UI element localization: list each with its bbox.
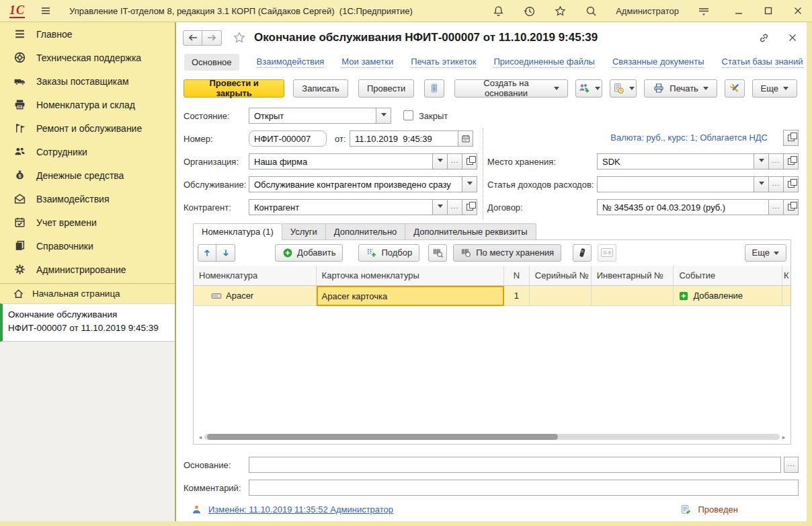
calendar-button[interactable] [458,130,473,147]
contract-field[interactable]: № 345435 от 04.03.2019 (руб.) [597,199,799,215]
barcode-search-button[interactable] [428,244,447,262]
tab-print-labels[interactable]: Печать этикеток [411,57,476,68]
column-header-n[interactable]: N [504,266,530,286]
nav-back-button[interactable] [183,30,202,46]
sidebar-item-tech-support[interactable]: Техническая поддержка [0,46,175,69]
save-button[interactable]: Записать [293,79,348,98]
sidebar-item-employees[interactable]: Сотрудники [0,140,175,163]
move-up-button[interactable] [198,244,216,262]
grid-tab-additional-attrs[interactable]: Дополнительные реквизиты [405,223,536,240]
storage-dropdown-button[interactable] [754,153,769,170]
tab-related-documents[interactable]: Связанные документы [612,57,704,68]
sidebar-item-money[interactable]: $ Денежные средства [0,163,175,187]
post-and-close-button[interactable]: Провести и закрыть [184,79,284,98]
tab-interactions[interactable]: Взаимодействия [257,57,325,68]
expense-dropdown-button[interactable] [754,176,769,192]
counterparty-open-button[interactable] [462,199,477,215]
storage-choose-button[interactable] [769,153,784,170]
organization-open-button[interactable] [462,153,477,170]
column-header-card[interactable]: Карточка номенклатуры [317,266,504,286]
scrollbar-thumb[interactable] [207,434,558,440]
tab-attached-files[interactable]: Присоединенные файлы [493,57,595,68]
sidebar-item-repair-service[interactable]: Ремонт и обслуживание [0,116,175,140]
basis-field[interactable] [249,457,781,473]
create-reminder-button[interactable] [610,79,637,98]
get-link-button[interactable] [758,32,770,44]
cell-serial[interactable] [530,286,592,306]
storage-combobox[interactable]: SDK [597,153,799,170]
column-header-serial[interactable]: Серийный № [530,266,592,286]
date-value[interactable]: 11.10.2019 9:45:39 [350,130,458,147]
cell-event[interactable]: Добавление [674,286,782,306]
expense-choose-button[interactable] [769,176,784,192]
state-combobox[interactable]: Открыт [249,108,391,124]
modified-link[interactable]: Изменён: 11.10.2019 11:35:52 Администрат… [208,504,393,515]
counterparty-combobox[interactable]: Контрагент [249,199,477,215]
counterparty-dropdown-button[interactable] [433,199,448,215]
organization-combobox[interactable]: Наша фирма [249,153,477,170]
currency-open-button-inner[interactable] [783,130,799,146]
tab-my-notes[interactable]: Мои заметки [341,57,393,68]
close-document-button[interactable] [788,33,797,42]
storage-open-button[interactable] [784,153,799,170]
expense-open-button[interactable] [784,176,799,192]
sidebar-item-time-tracking[interactable]: Учет времени [0,211,175,234]
sidebar-item-references[interactable]: Справочники [0,234,175,258]
column-header-k[interactable]: К [782,266,790,286]
column-header-inventory[interactable]: Инвентарный № [592,266,674,286]
column-header-event[interactable]: Событие [674,266,782,286]
pick-button[interactable]: Подбор [358,244,419,262]
grid-tab-nomenclature[interactable]: Номенклатура (1) [193,223,282,240]
home-page-button[interactable]: Начальная страница [0,283,175,303]
quantity-input-button[interactable] [598,244,616,262]
comment-field[interactable] [249,480,799,496]
assign-task-button[interactable] [575,79,602,98]
table-row[interactable]: Apacer Apacer карточка 1 Добавление [194,286,790,306]
date-field[interactable]: 11.10.2019 9:45:39 [350,130,473,147]
basis-value[interactable] [249,457,781,473]
move-down-button[interactable] [216,244,235,262]
favorites-button[interactable] [554,5,567,17]
contract-choose-button[interactable] [769,199,784,215]
grid-more-button[interactable]: Еще [745,244,786,262]
close-button[interactable] [793,6,803,15]
expense-item-combobox[interactable] [597,176,799,192]
nav-forward-button[interactable] [202,30,222,46]
cell-card-selected[interactable]: Apacer карточка [317,286,504,306]
currency-open-button[interactable] [783,130,799,146]
by-storage-button[interactable]: По месту хранения [453,244,561,262]
panel-settings-button[interactable] [697,5,710,17]
tab-knowledge-base[interactable]: Статьи базы знаний [722,57,803,68]
current-user[interactable]: Администратор [616,6,679,16]
create-based-on-button[interactable]: Создать на основании [454,79,568,98]
scroll-left-arrow[interactable] [196,433,204,441]
service-dropdown-button[interactable] [462,176,477,192]
sidebar-item-administration[interactable]: Администрирование [0,258,175,281]
state-value[interactable]: Открыт [249,108,376,124]
contract-open-button[interactable] [784,199,799,215]
grid-tab-additional[interactable]: Дополнительно [326,223,406,240]
cell-inventory[interactable] [592,286,674,306]
favorite-toggle[interactable] [233,31,246,44]
add-row-button[interactable]: Добавить [275,244,343,262]
cell-k[interactable] [782,286,790,306]
service-value[interactable]: Обслуживание контрагентом произведено ср… [249,176,462,192]
open-window-item[interactable]: Окончание обслуживания НФИТ-000007 от 11… [0,303,175,342]
more-commands-button[interactable]: Еще [752,79,797,98]
sidebar-item-interactions[interactable]: Взаимодействия [0,187,175,211]
organization-choose-button[interactable] [448,153,462,170]
history-button[interactable] [523,5,536,17]
sidebar-item-warehouse[interactable]: Номенклатура и склад [0,93,175,116]
minimize-button[interactable] [734,6,743,15]
main-menu-button[interactable] [40,5,52,17]
storage-value[interactable]: SDK [597,153,754,170]
cell-nomenclature[interactable]: Apacer [194,286,317,306]
tab-main[interactable]: Основное [184,54,239,71]
post-button[interactable]: Провести [358,79,415,98]
expense-item-value[interactable] [597,176,754,192]
search-button[interactable] [585,5,598,17]
counterparty-value[interactable]: Контрагент [249,199,433,215]
scroll-right-arrow[interactable] [780,433,788,441]
cell-n[interactable]: 1 [504,286,530,306]
grid-horizontal-scrollbar[interactable] [196,433,788,441]
